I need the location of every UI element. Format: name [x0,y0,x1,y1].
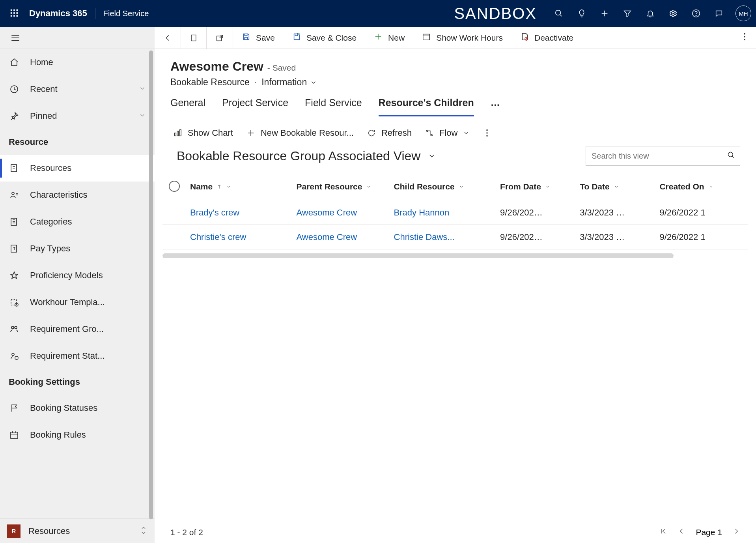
select-all-checkbox[interactable] [169,181,180,192]
grid-row[interactable]: Christie's crew Awesome Crew Christie Da… [162,225,748,249]
subgrid-overflow-button[interactable] [483,129,491,137]
user-avatar[interactable]: MH [735,6,751,21]
new-bookable-resource-button[interactable]: New Bookable Resour... [246,128,354,138]
column-header-name[interactable]: Name [190,182,297,191]
cell-from-date: 9/26/202… [500,232,580,242]
category-icon [9,217,20,227]
cell-name[interactable]: Brady's crew [190,208,297,218]
tab-project-service[interactable]: Project Service [222,97,288,116]
chevron-down-icon [366,184,371,189]
search-icon[interactable] [553,7,565,20]
command-label: New [388,33,405,43]
svg-point-50 [487,135,488,137]
form-command-bar: Save Save & Close New Show Work Hours De… [155,27,756,49]
add-icon[interactable] [598,7,611,20]
command-overflow-button[interactable] [733,32,756,43]
avatar-initials: MH [739,10,748,17]
svg-line-37 [525,38,528,40]
prev-page-button[interactable] [678,527,685,537]
record-title: Awesome Crew [170,59,263,73]
flow-button[interactable]: Flow [425,128,469,138]
new-button[interactable]: New [365,27,413,49]
sidebar-item-home[interactable]: Home [0,49,155,76]
sidebar-item-pay-types[interactable]: Pay Types [0,235,155,262]
lightbulb-icon[interactable] [575,7,588,20]
app-name-label[interactable]: Field Service [103,9,149,18]
grid-footer: 1 - 2 of 2 Page 1 [155,521,756,543]
gear-icon[interactable] [667,7,679,20]
chevron-down-icon [226,184,231,189]
back-button[interactable] [155,27,181,49]
cell-name[interactable]: Christie's crew [190,232,297,242]
help-icon[interactable] [690,7,702,20]
svg-rect-30 [11,432,18,438]
show-chart-button[interactable]: Show Chart [174,128,233,138]
sidebar-item-label: Home [30,57,53,67]
show-work-hours-button[interactable]: Show Work Hours [413,27,511,49]
brand-divider [95,8,95,19]
refresh-button[interactable]: Refresh [367,128,412,138]
form-selector[interactable]: Information [261,77,317,88]
next-page-button[interactable] [732,527,740,537]
column-header-to-date[interactable]: To Date [580,182,659,191]
sidebar-item-booking-statuses[interactable]: Booking Statuses [0,395,155,421]
brand-label[interactable]: Dynamics 365 [29,8,87,19]
search-icon[interactable] [727,151,735,161]
column-label: Created On [659,182,704,191]
sidebar-item-workhour-templates[interactable]: Workhour Templa... [0,289,155,316]
column-header-parent-resource[interactable]: Parent Resource [297,182,394,191]
save-icon [242,32,250,43]
reqgroup-icon [9,324,20,334]
column-header-created-on[interactable]: Created On [659,182,748,191]
cell-child-resource[interactable]: Christie Daws... [394,232,500,242]
grid-header-row: Name Parent Resource Child Resource From… [162,173,748,200]
first-page-button[interactable] [659,527,667,537]
bell-icon[interactable] [644,7,657,20]
filter-icon[interactable] [621,7,634,20]
sidebar-item-resources[interactable]: Resources [0,155,155,182]
sidebar-item-label: Categories [30,217,72,227]
grid-row[interactable]: Brady's crew Awesome Crew Brady Hannon 9… [162,200,748,225]
sidebar-item-recent[interactable]: Recent [0,76,155,103]
view-selector[interactable]: Bookable Resource Group Associated View [177,149,436,163]
app-waffle[interactable] [5,9,24,19]
column-label: Name [190,182,213,191]
flag-icon [9,403,20,413]
grid-horizontal-scrollbar[interactable] [162,253,674,258]
sidebar-item-characteristics[interactable]: Characteristics [0,182,155,208]
tab-resource-children[interactable]: Resource's Children [379,97,474,116]
sidebar-item-requirement-groups[interactable]: Requirement Gro... [0,316,155,343]
sidebar-scrollbar[interactable] [149,51,153,519]
cell-from-date: 9/26/202… [500,208,580,218]
tab-general[interactable]: General [170,97,205,116]
open-record-set-button[interactable] [181,27,207,49]
deactivate-button[interactable]: Deactivate [511,27,582,49]
save-button[interactable]: Save [233,27,284,49]
tab-field-service[interactable]: Field Service [305,97,362,116]
resource-icon [9,163,20,173]
cell-to-date: 3/3/2023 … [580,208,659,218]
svg-point-38 [744,33,745,35]
sidebar-item-booking-rules[interactable]: Booking Rules [0,421,155,448]
column-header-child-resource[interactable]: Child Resource [394,182,500,191]
sidebar-collapse-button[interactable] [0,27,155,49]
cell-parent-resource[interactable]: Awesome Crew [297,232,394,242]
svg-point-28 [12,353,14,356]
cell-child-resource[interactable]: Brady Hannon [394,208,500,218]
popout-button[interactable] [207,27,233,49]
save-close-button[interactable]: Save & Close [284,27,365,49]
sidebar-item-proficiency-models[interactable]: Proficiency Models [0,262,155,289]
area-switcher[interactable]: R Resources [0,519,155,543]
view-name-label: Bookable Resource Group Associated View [177,149,420,163]
sidebar-item-categories[interactable]: Categories [0,208,155,235]
column-header-from-date[interactable]: From Date [500,182,580,191]
svg-point-29 [15,356,18,360]
sidebar-item-requirement-statuses[interactable]: Requirement Stat... [0,343,155,369]
tab-overflow-button[interactable]: … [491,97,501,116]
sidebar-item-pinned[interactable]: Pinned [0,103,155,129]
assistant-icon[interactable] [713,7,725,20]
search-input[interactable] [591,151,727,161]
chevron-down-icon [139,84,146,94]
search-view-box[interactable] [586,146,740,166]
cell-parent-resource[interactable]: Awesome Crew [297,208,394,218]
